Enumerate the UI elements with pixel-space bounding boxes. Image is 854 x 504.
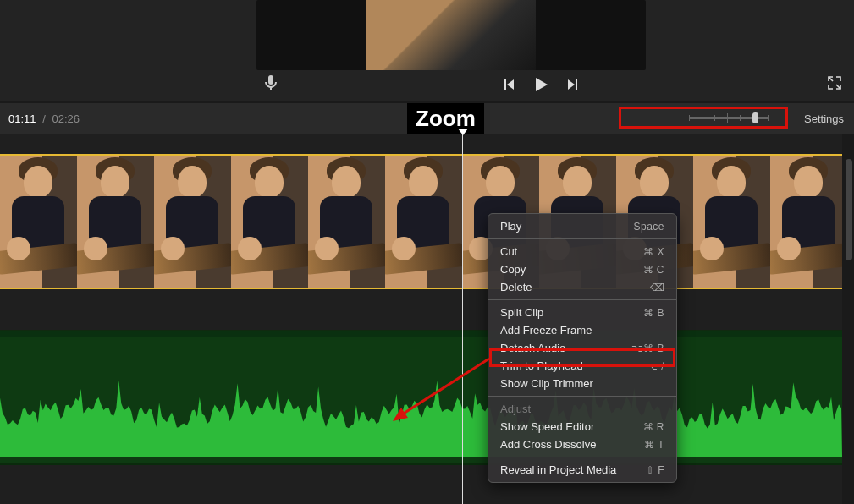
menu-separator [488,238,676,239]
menu-item-label: Reveal in Project Media [500,463,616,476]
transport-bar [256,72,849,97]
menu-item-label: Trim to Playhead [500,359,583,372]
menu-item-label: Add Cross Dissolve [500,438,596,451]
menu-item-label: Show Speed Editor [500,420,594,433]
menu-item-label: Adjust [500,403,531,415]
preview-pane[interactable] [256,0,646,70]
menu-item-shortcut: ⌘ T [644,439,664,451]
menu-item-reveal-in-project-media[interactable]: Reveal in Project Media⇧ F [488,461,676,479]
menu-item-label: Cut [500,245,517,258]
menu-item-shortcut: ⌘ R [643,421,665,433]
zoom-slider[interactable] [689,117,769,119]
zoom-annotation-label: Zoom [407,103,484,134]
menu-item-add-freeze-frame[interactable]: Add Freeze Frame [488,321,676,339]
menu-item-label: Detach Audio [500,342,565,354]
menu-item-shortcut: ⌫ [650,282,665,293]
menu-item-shortcut: ⌥ / [646,360,664,372]
menu-item-label: Delete [500,281,532,293]
video-track[interactable] [0,154,842,289]
menu-item-shortcut: ⌘ X [643,246,664,258]
menu-item-copy[interactable]: Copy⌘ C [488,260,676,278]
menu-item-trim-to-playhead[interactable]: Trim to Playhead⌥ / [488,357,676,375]
menu-item-shortcut: ⌘ C [643,264,665,276]
vertical-scrollbar-thumb[interactable] [846,159,852,260]
menu-item-play[interactable]: PlaySpace [488,217,676,235]
timeline[interactable] [0,134,842,504]
video-thumbnail [231,156,308,288]
menu-item-label: Copy [500,263,526,276]
zoom-slider-thumb[interactable] [752,112,758,123]
video-thumbnail [0,156,77,288]
fullscreen-icon[interactable] [827,75,842,94]
audio-track[interactable] [0,330,842,465]
menu-item-label: Show Clip Trimmer [500,377,593,390]
menu-item-shortcut: Space [633,221,664,233]
menu-item-shortcut: ⌘ B [643,307,664,319]
current-time: 01:11 [8,112,36,125]
total-time: 02:26 [52,112,80,125]
menu-separator [488,396,676,397]
menu-item-cut[interactable]: Cut⌘ X [488,243,676,260]
video-thumbnail [770,156,842,288]
menu-item-split-clip[interactable]: Split Clip⌘ B [488,304,676,321]
zoom-slider-highlight [619,107,788,129]
video-thumbnail [308,156,385,288]
timeline-info-bar: 01:11 / 02:26 Zoom Settings [0,103,854,134]
skip-previous-icon[interactable] [502,78,515,91]
skip-next-icon[interactable] [566,78,580,91]
viewer-panel [0,0,854,101]
audio-waveform [0,372,842,457]
timecode: 01:11 / 02:26 [8,112,80,125]
menu-item-shortcut: ⇧ F [646,464,664,476]
preview-frame [366,0,536,70]
video-thumbnail [385,156,462,288]
time-separator: / [42,112,46,125]
settings-button[interactable]: Settings [804,112,844,125]
menu-item-label: Add Freeze Frame [500,324,592,337]
audio-track-header [0,331,842,337]
menu-item-add-cross-dissolve[interactable]: Add Cross Dissolve⌘ T [488,436,676,453]
menu-separator [488,457,676,457]
menu-item-show-speed-editor[interactable]: Show Speed Editor⌘ R [488,418,676,436]
menu-item-show-clip-trimmer[interactable]: Show Clip Trimmer [488,375,676,392]
play-icon[interactable] [532,76,549,93]
menu-item-shortcut: ⌥⌘ B [631,342,664,354]
menu-item-delete[interactable]: Delete⌫ [488,278,676,296]
menu-item-label: Split Clip [500,306,543,319]
voiceover-mic-icon[interactable] [265,75,277,94]
menu-item-adjust: Adjust [488,400,676,418]
menu-item-detach-audio[interactable]: Detach Audio⌥⌘ B [488,339,676,357]
vertical-scrollbar[interactable] [842,134,854,504]
video-thumbnail [154,156,231,288]
menu-separator [488,299,676,300]
video-thumbnail [693,156,770,288]
playhead[interactable] [462,134,463,504]
clip-context-menu[interactable]: PlaySpaceCut⌘ XCopy⌘ CDelete⌫Split Clip⌘… [488,213,677,483]
video-thumbnail [77,156,154,288]
menu-item-label: Play [500,220,521,233]
